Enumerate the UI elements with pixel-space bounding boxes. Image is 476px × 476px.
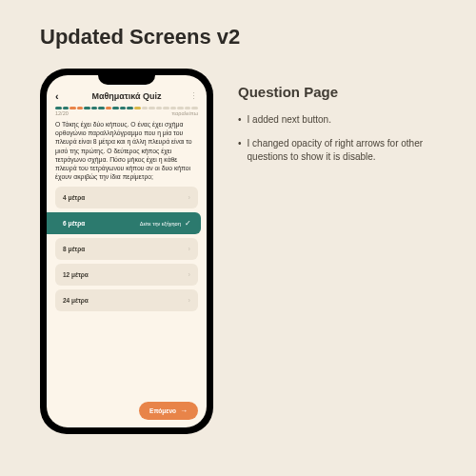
next-button[interactable]: Επόμενο → [139, 402, 198, 420]
answer-option[interactable]: 8 μέτρα› [55, 238, 198, 260]
progress-segment [127, 107, 133, 109]
arrow-right-icon: → [180, 407, 188, 415]
answer-label: 24 μέτρα [63, 297, 89, 304]
content-row: ‹ Μαθηματικά Quiz ⋮ 12/20 παραλείπω Ο Τά… [0, 69, 476, 434]
note-item: I changed opacity of right arrows for ot… [238, 137, 438, 165]
progress-segment [91, 107, 98, 109]
chevron-right-icon: › [188, 193, 191, 202]
progress-segment [163, 107, 169, 109]
phone-screen: ‹ Μαθηματικά Quiz ⋮ 12/20 παραλείπω Ο Τά… [47, 75, 207, 427]
answer-label: 6 μέτρα [63, 220, 85, 227]
answer-option[interactable]: 4 μέτρα› [55, 187, 198, 208]
progress-segment [106, 107, 112, 109]
progress-segment [120, 107, 127, 109]
answer-label: 4 μέτρα [63, 194, 85, 201]
question-counter: 12/20 [55, 110, 69, 116]
quiz-topbar: ‹ Μαθηματικά Quiz ⋮ [55, 90, 198, 102]
note-item: I added next button. [238, 113, 438, 128]
progress-segment [77, 107, 84, 109]
notes-list: I added next button.I changed opacity of… [238, 113, 438, 165]
chevron-right-icon: › [188, 270, 191, 279]
answer-option[interactable]: 12 μέτρα› [55, 264, 198, 286]
answer-label: 12 μέτρα [63, 271, 89, 278]
progress-segment [191, 107, 198, 109]
progress-segment [98, 107, 105, 109]
quiz-meta: 12/20 παραλείπω [55, 110, 198, 116]
progress-segment [112, 107, 119, 109]
kebab-icon[interactable]: ⋮ [187, 91, 198, 101]
progress-segment [55, 107, 62, 109]
next-label: Επόμενο [149, 407, 176, 414]
back-icon[interactable]: ‹ [55, 90, 67, 102]
skip-link[interactable]: παραλείπω [171, 110, 198, 116]
progress-segment [69, 107, 76, 109]
phone-notch [98, 75, 155, 85]
progress-segment [63, 107, 69, 109]
progress-bar [55, 107, 198, 109]
answer-label: 8 μέτρα [63, 246, 85, 252]
check-icon: ✓ [185, 219, 191, 228]
progress-segment [134, 107, 141, 109]
quiz-title: Μαθηματικά Quiz [67, 91, 187, 101]
page-title: Updated Screens v2 [0, 0, 476, 69]
chevron-right-icon: › [188, 245, 191, 253]
progress-segment [149, 107, 155, 109]
progress-segment [156, 107, 163, 109]
question-text: Ο Τάκης έχει δύο κήπους. Ο ένας έχει σχή… [55, 120, 198, 181]
answer-option[interactable]: 24 μέτρα› [55, 289, 198, 311]
see-explanation[interactable]: Δείτε την εξήγηση✓ [140, 219, 191, 228]
progress-segment [84, 107, 90, 109]
answer-list: 4 μέτρα›6 μέτραΔείτε την εξήγηση✓8 μέτρα… [55, 187, 198, 311]
progress-segment [185, 107, 191, 109]
phone-frame: ‹ Μαθηματικά Quiz ⋮ 12/20 παραλείπω Ο Τά… [40, 69, 213, 434]
section-title: Question Page [238, 84, 438, 100]
notes-column: Question Page I added next button.I chan… [238, 69, 438, 174]
progress-segment [170, 107, 177, 109]
answer-option-correct[interactable]: 6 μέτραΔείτε την εξήγηση✓ [47, 212, 201, 234]
progress-segment [142, 107, 149, 109]
progress-segment [177, 107, 184, 109]
chevron-right-icon: › [188, 296, 191, 305]
